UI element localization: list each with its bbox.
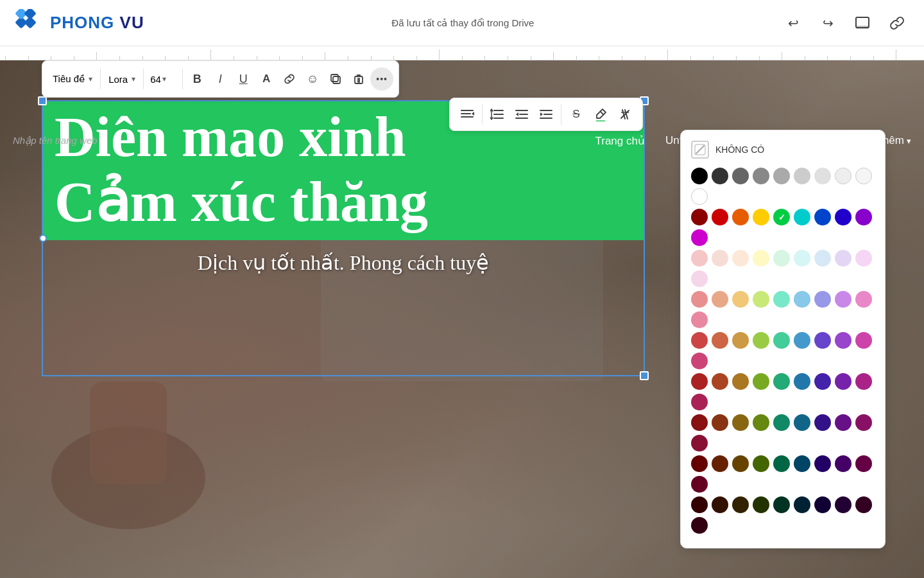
color-swatch[interactable]: [732, 291, 749, 308]
font-dropdown[interactable]: Lora ▾: [103, 71, 141, 87]
color-swatch[interactable]: [855, 414, 872, 431]
color-swatch[interactable]: [691, 476, 708, 493]
color-swatch[interactable]: [691, 455, 708, 472]
color-swatch[interactable]: [814, 250, 831, 267]
color-swatch[interactable]: [773, 291, 790, 308]
link-button[interactable]: [886, 12, 909, 35]
color-swatch[interactable]: [712, 209, 728, 225]
color-swatch[interactable]: [753, 168, 769, 184]
color-swatch[interactable]: [794, 455, 810, 472]
color-swatch[interactable]: [753, 414, 769, 431]
color-swatch[interactable]: [691, 517, 708, 534]
color-swatch[interactable]: [835, 291, 851, 308]
color-swatch[interactable]: [691, 496, 708, 513]
color-swatch[interactable]: [691, 353, 708, 369]
bold-button[interactable]: B: [185, 67, 209, 91]
color-swatch[interactable]: [835, 455, 851, 472]
emoji-button[interactable]: ☺: [301, 67, 324, 91]
color-swatch[interactable]: [794, 168, 810, 184]
strikethrough-button[interactable]: S: [564, 102, 588, 127]
color-swatch[interactable]: [855, 250, 872, 267]
nav-item-trangchu[interactable]: Trang chủ: [595, 134, 644, 148]
color-swatch[interactable]: [855, 291, 872, 308]
color-swatch[interactable]: [691, 414, 708, 431]
color-swatch[interactable]: [794, 291, 810, 308]
color-swatch[interactable]: [732, 414, 749, 431]
color-swatch[interactable]: [855, 209, 872, 225]
color-swatch[interactable]: [732, 209, 749, 225]
color-swatch[interactable]: [814, 332, 831, 349]
color-swatch[interactable]: [691, 168, 708, 184]
color-swatch[interactable]: [835, 414, 851, 431]
color-swatch[interactable]: [835, 209, 851, 225]
color-swatch[interactable]: [773, 414, 790, 431]
color-swatch[interactable]: [814, 455, 831, 472]
color-swatch[interactable]: [814, 168, 831, 184]
preview-button[interactable]: [851, 12, 874, 35]
text-style-dropdown[interactable]: Tiêu đề ▾: [47, 71, 98, 87]
color-swatch[interactable]: [753, 496, 769, 513]
indent-increase-button[interactable]: [534, 102, 558, 127]
color-swatch[interactable]: [814, 373, 831, 390]
color-swatch[interactable]: [712, 291, 728, 308]
color-swatch[interactable]: [691, 435, 708, 451]
color-swatch[interactable]: [835, 496, 851, 513]
color-swatch[interactable]: [691, 270, 708, 287]
color-swatch[interactable]: [691, 250, 708, 267]
color-swatch[interactable]: [773, 332, 790, 349]
clear-format-button[interactable]: [613, 102, 637, 127]
color-swatch[interactable]: [753, 332, 769, 349]
color-swatch[interactable]: [794, 373, 810, 390]
color-swatch[interactable]: [753, 209, 769, 225]
color-swatch[interactable]: [753, 250, 769, 267]
no-color-icon[interactable]: [691, 141, 709, 159]
color-swatch[interactable]: [753, 373, 769, 390]
more-options-button[interactable]: •••: [370, 67, 393, 91]
color-swatch[interactable]: [835, 332, 851, 349]
color-swatch[interactable]: [794, 209, 810, 225]
undo-button[interactable]: ↩: [782, 12, 805, 35]
color-swatch[interactable]: [712, 373, 728, 390]
color-swatch[interactable]: [814, 209, 831, 225]
highlight-button[interactable]: [588, 102, 613, 127]
color-swatch[interactable]: [773, 455, 790, 472]
text-align-button[interactable]: [455, 102, 479, 127]
color-swatch[interactable]: [794, 496, 810, 513]
color-swatch[interactable]: [773, 168, 790, 184]
color-swatch[interactable]: [691, 209, 708, 225]
color-swatch[interactable]: [773, 250, 790, 267]
color-swatch[interactable]: [691, 229, 708, 246]
color-swatch[interactable]: [691, 311, 708, 328]
color-swatch[interactable]: [732, 455, 749, 472]
color-swatch[interactable]: [732, 373, 749, 390]
color-swatch[interactable]: [794, 414, 810, 431]
color-swatch[interactable]: [773, 209, 790, 225]
color-swatch[interactable]: [835, 250, 851, 267]
indent-decrease-button[interactable]: [509, 102, 534, 127]
color-swatch[interactable]: [691, 291, 708, 308]
color-swatch[interactable]: [773, 496, 790, 513]
line-spacing-button[interactable]: [485, 102, 509, 127]
color-swatch[interactable]: [712, 455, 728, 472]
color-swatch[interactable]: [855, 168, 872, 184]
color-swatch[interactable]: [814, 291, 831, 308]
color-swatch[interactable]: [712, 414, 728, 431]
color-swatch[interactable]: [732, 332, 749, 349]
color-swatch[interactable]: [712, 496, 728, 513]
color-swatch[interactable]: [855, 373, 872, 390]
color-swatch[interactable]: [712, 168, 728, 184]
color-swatch[interactable]: [835, 168, 851, 184]
color-swatch[interactable]: [814, 414, 831, 431]
font-size-dropdown[interactable]: 64 ▾: [146, 71, 180, 87]
underline-button[interactable]: U: [232, 67, 255, 91]
color-swatch[interactable]: [712, 332, 728, 349]
copy-format-button[interactable]: [324, 67, 347, 91]
color-swatch[interactable]: [835, 373, 851, 390]
color-swatch[interactable]: [732, 250, 749, 267]
color-swatch[interactable]: [855, 455, 872, 472]
link-insert-button[interactable]: [278, 67, 301, 91]
redo-button[interactable]: ↪: [816, 12, 839, 35]
site-name-input[interactable]: Nhập tên trang web: [13, 135, 98, 146]
color-swatch[interactable]: [691, 188, 708, 205]
color-swatch[interactable]: [732, 496, 749, 513]
